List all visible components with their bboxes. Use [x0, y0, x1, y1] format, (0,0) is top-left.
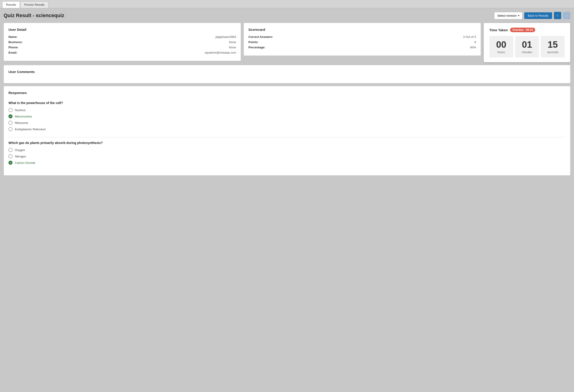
- option-circle-co2: [8, 161, 13, 165]
- user-detail-email-row: Email: wpadmin@instawp.com: [8, 51, 236, 54]
- tab-bar: Results Proctor Results: [0, 0, 574, 8]
- minutes-label: minutes: [521, 50, 533, 54]
- user-detail-phone-row: Phone: None: [8, 46, 236, 49]
- hours-block: 00 hours: [489, 36, 513, 58]
- option-circle-nucleus: [8, 108, 13, 112]
- name-value: jajigahawo3984: [216, 35, 236, 39]
- option-label-nitrogen: Nitrogen: [15, 155, 26, 158]
- points-value: 6: [474, 40, 476, 44]
- percentage-value: 60%: [470, 46, 476, 49]
- question-2-option-1: Oxygen: [8, 148, 566, 152]
- option-label-oxygen: Oxygen: [15, 148, 25, 152]
- question-1-text: What is the powerhouse of the cell?: [8, 101, 566, 105]
- business-value: None: [229, 40, 236, 44]
- scorecard-points-row: Points: 6: [248, 40, 476, 44]
- user-detail-name-row: Name: jajigahawo3984: [8, 35, 236, 39]
- question-1-block: What is the powerhouse of the cell? Nucl…: [8, 98, 566, 137]
- scorecard-correct-row: Correct Answers: 3 Out of 5: [248, 35, 476, 39]
- option-label-co2: Carbon Dioxide: [15, 161, 35, 164]
- question-2-text: Which gas do plants primarily absorb dur…: [8, 141, 566, 145]
- scorecard-percentage-row: Percentage: 60%: [248, 46, 476, 49]
- scorecard-card: Scorecard Correct Answers: 3 Out of 5 Po…: [244, 23, 481, 56]
- tab-proctor-results[interactable]: Proctor Results: [20, 1, 48, 8]
- name-label: Name:: [8, 35, 18, 39]
- time-taken-header: Time Taken Overdue - 00:15: [489, 28, 565, 32]
- hours-label: hours: [495, 50, 508, 54]
- page-title: Quiz Result - sciencequiz: [4, 13, 64, 19]
- page-header: Quiz Result - sciencequiz Select revisio…: [4, 12, 570, 19]
- question-1-option-3: Ribosome: [8, 121, 566, 125]
- user-comments-card: User Comments: [4, 65, 570, 83]
- minutes-block: 01 minutes: [515, 36, 539, 58]
- question-2-option-3: Carbon Dioxide: [8, 161, 566, 165]
- option-label-mitochondria: Mitochondria: [15, 115, 32, 118]
- seconds-block: 15 seconds: [541, 36, 565, 58]
- header-actions: Select revision Back to Results ‹ ›: [494, 12, 570, 19]
- question-1-option-4: Endoplasmic Reticulum: [8, 127, 566, 131]
- correct-answers-label: Correct Answers:: [248, 35, 273, 39]
- tab-results[interactable]: Results: [2, 1, 20, 8]
- minutes-number: 01: [521, 39, 533, 50]
- email-label: Email:: [8, 51, 17, 54]
- option-label-ribosome: Ribosome: [15, 121, 28, 125]
- time-taken-card: Time Taken Overdue - 00:15 00 hours 01 m…: [484, 23, 570, 62]
- business-label: Business:: [8, 40, 23, 44]
- option-circle-oxygen: [8, 148, 13, 152]
- option-circle-nitrogen: [8, 154, 13, 158]
- user-detail-business-row: Business: None: [8, 40, 236, 44]
- responses-card: Responses What is the powerhouse of the …: [4, 86, 570, 176]
- overdue-badge: Overdue - 00:15: [510, 28, 535, 32]
- user-detail-card: User Detail Name: jajigahawo3984 Busines…: [4, 23, 241, 61]
- phone-value: None: [229, 46, 236, 49]
- question-1-option-1: Nucleus: [8, 108, 566, 112]
- user-comments-title: User Comments: [8, 70, 566, 74]
- time-taken-title: Time Taken: [489, 28, 508, 32]
- phone-label: Phone:: [8, 46, 19, 49]
- back-to-results-button[interactable]: Back to Results: [524, 12, 552, 19]
- time-blocks: 00 hours 01 minutes 15 seconds: [489, 36, 565, 58]
- user-detail-title: User Detail: [8, 28, 236, 32]
- seconds-label: seconds: [546, 50, 559, 54]
- question-1-option-2: Mitochondria: [8, 114, 566, 118]
- points-label: Points:: [248, 40, 258, 44]
- correct-answers-value: 3 Out of 5: [463, 35, 476, 39]
- seconds-number: 15: [546, 39, 559, 50]
- hours-number: 00: [495, 39, 508, 50]
- prev-nav-button[interactable]: ‹: [554, 12, 561, 19]
- email-value: wpadmin@instawp.com: [205, 51, 236, 54]
- page: Quiz Result - sciencequiz Select revisio…: [0, 8, 574, 391]
- select-revision-dropdown[interactable]: Select revision: [494, 12, 522, 19]
- question-2-option-2: Nitrogen: [8, 154, 566, 158]
- question-2-block: Which gas do plants primarily absorb dur…: [8, 137, 566, 171]
- option-label-nucleus: Nucleus: [15, 108, 26, 112]
- responses-title: Responses: [8, 91, 566, 95]
- next-nav-button[interactable]: ›: [563, 12, 570, 19]
- scorecard-title: Scorecard: [248, 28, 476, 32]
- option-circle-mitochondria: [8, 114, 13, 118]
- option-label-er: Endoplasmic Reticulum: [15, 128, 46, 131]
- option-circle-ribosome: [8, 121, 13, 125]
- main-content-grid: User Detail Name: jajigahawo3984 Busines…: [4, 23, 570, 62]
- option-circle-er: [8, 127, 13, 131]
- percentage-label: Percentage:: [248, 46, 265, 49]
